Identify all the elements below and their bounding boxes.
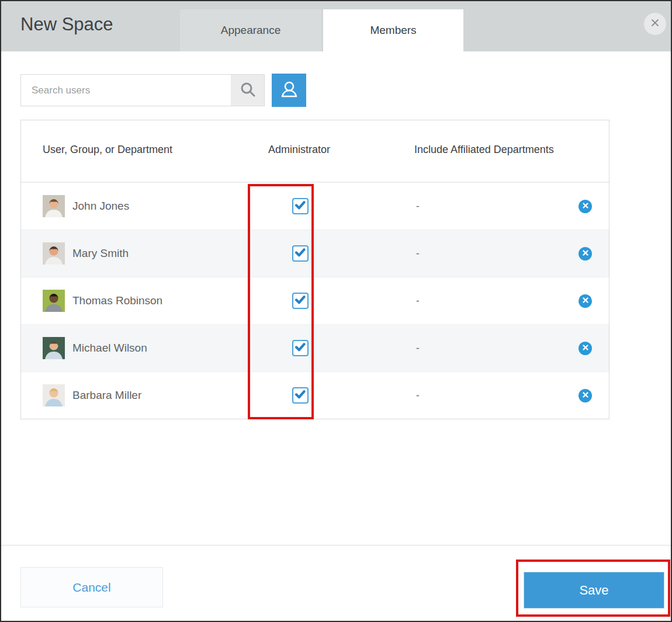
avatar <box>43 290 65 312</box>
administrator-cell <box>249 198 395 214</box>
user-cell: Barbara Miller <box>21 384 249 406</box>
remove-member-button[interactable] <box>579 389 592 402</box>
remove-member-button[interactable] <box>579 342 592 355</box>
table-row: Mary Smith - <box>21 230 609 277</box>
remove-icon <box>582 249 589 258</box>
administrator-cell <box>249 293 395 309</box>
column-header-affiliated: Include Affiliated Departments <box>395 120 562 159</box>
check-icon <box>293 198 307 214</box>
administrator-checkbox[interactable] <box>292 198 309 214</box>
avatar <box>43 337 65 359</box>
close-button[interactable] <box>644 13 666 35</box>
check-icon <box>293 387 307 404</box>
remove-icon <box>582 297 589 305</box>
member-name: Mary Smith <box>72 247 129 260</box>
table-row: Thomas Robinson - <box>21 277 609 324</box>
tab-members[interactable]: Members <box>323 9 463 51</box>
column-header-remove <box>562 120 609 141</box>
check-icon <box>293 245 307 262</box>
affiliated-cell: - <box>395 200 562 212</box>
affiliated-cell: - <box>395 248 562 259</box>
administrator-checkbox[interactable] <box>292 245 309 262</box>
administrator-cell <box>249 245 395 262</box>
remove-cell <box>562 342 609 355</box>
table-header-row: User, Group, or Department Administrator… <box>21 120 609 182</box>
close-icon <box>650 18 660 30</box>
administrator-checkbox[interactable] <box>292 293 309 309</box>
affiliated-cell: - <box>395 295 562 307</box>
page-title: New Space <box>20 14 113 35</box>
user-cell: Mary Smith <box>21 242 249 265</box>
member-name: Michael Wilson <box>72 342 147 355</box>
tab-appearance[interactable]: Appearance <box>180 9 321 51</box>
new-space-dialog: New Space Appearance Members User, Group… <box>0 0 672 622</box>
remove-cell <box>562 294 609 308</box>
remove-cell <box>562 389 609 402</box>
remove-cell <box>562 247 609 260</box>
tab-members-label: Members <box>370 24 416 37</box>
remove-cell <box>562 200 609 213</box>
user-cell: Michael Wilson <box>21 337 249 359</box>
user-cell: Thomas Robinson <box>21 290 249 312</box>
avatar <box>43 195 65 217</box>
tab-appearance-label: Appearance <box>221 24 280 37</box>
column-header-user: User, Group, or Department <box>21 120 249 159</box>
administrator-cell <box>249 340 395 356</box>
search-bar <box>20 74 265 106</box>
table-row: Barbara Miller - <box>21 371 609 419</box>
member-name: Thomas Robinson <box>72 294 162 307</box>
save-button[interactable]: Save <box>524 572 664 609</box>
check-icon <box>293 293 307 309</box>
remove-icon <box>582 344 589 353</box>
search-icon <box>240 81 256 99</box>
member-name: John Jones <box>72 200 129 213</box>
member-name: Barbara Miller <box>72 389 141 402</box>
check-icon <box>293 340 307 356</box>
add-user-button[interactable] <box>272 74 306 107</box>
add-user-icon <box>279 79 300 102</box>
avatar <box>43 384 65 406</box>
cancel-button[interactable]: Cancel <box>20 567 163 607</box>
footer-divider <box>1 545 671 545</box>
user-cell: John Jones <box>21 195 249 217</box>
remove-member-button[interactable] <box>579 294 592 308</box>
dialog-header: New Space Appearance Members <box>1 1 671 51</box>
affiliated-cell: - <box>395 390 562 401</box>
affiliated-cell: - <box>395 342 562 354</box>
search-input[interactable] <box>21 75 231 106</box>
administrator-checkbox[interactable] <box>292 387 309 404</box>
avatar <box>43 242 65 265</box>
remove-member-button[interactable] <box>579 247 592 260</box>
table-row: Michael Wilson - <box>21 324 609 371</box>
remove-member-button[interactable] <box>579 200 592 213</box>
remove-icon <box>582 202 589 211</box>
remove-icon <box>582 391 589 400</box>
administrator-cell <box>249 387 395 404</box>
search-button[interactable] <box>231 75 264 106</box>
table-row: John Jones - <box>21 182 609 230</box>
column-header-administrator: Administrator <box>249 120 395 159</box>
members-table: User, Group, or Department Administrator… <box>20 120 609 419</box>
administrator-checkbox[interactable] <box>292 340 309 356</box>
